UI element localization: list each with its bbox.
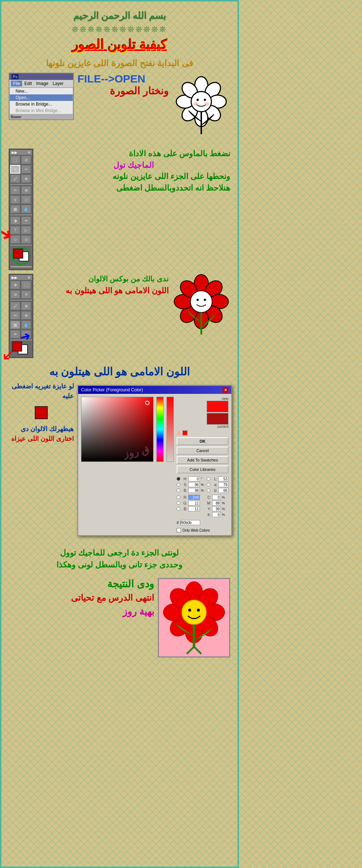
flower-red-image: [172, 274, 230, 346]
stars-decoration: ❊❊❊❊❊❊❊❊❊❊❊❊: [72, 25, 167, 34]
tool-eraser[interactable]: ◻: [21, 195, 31, 204]
magic-tool-label: الماجيك تول: [37, 161, 230, 170]
tool2-fill[interactable]: ▦: [10, 320, 20, 329]
tool-path[interactable]: ▷: [21, 226, 31, 234]
web-colors-label: Only Web Colors: [182, 528, 210, 532]
tool-heal[interactable]: ⊕: [21, 174, 31, 183]
tool-lasso[interactable]: ⊘: [21, 156, 31, 164]
k-input[interactable]: [212, 512, 221, 517]
m-input[interactable]: [212, 501, 221, 506]
menu-image[interactable]: Image: [34, 81, 50, 86]
svg-point-8: [191, 92, 211, 112]
svg-point-12: [204, 102, 209, 106]
tools-panel-2: ▶▶✕ ✥ ⬚ ⊘ ✳ 🖊 ⊕ ✏ ⊗: [9, 274, 33, 358]
tool-history[interactable]: ⧖: [10, 195, 20, 204]
current-color-box: [207, 413, 228, 425]
b2-input[interactable]: [218, 488, 228, 493]
a-radio[interactable]: [207, 483, 210, 486]
instr-selected: هنلاحظ انه اتحددوبالسطل اضغطى: [37, 183, 230, 193]
fg-color-label: اللون الامامى هو اللى هيتلون به: [37, 286, 169, 295]
menu-item-bridge[interactable]: Browse in Bridge...: [10, 101, 73, 107]
foreground-color[interactable]: [13, 248, 23, 259]
b-input[interactable]: [188, 488, 200, 493]
color-swatch-mini[interactable]: [35, 406, 48, 419]
hex-hash: #: [177, 521, 179, 525]
tool2-wand2[interactable]: ✳: [21, 290, 31, 299]
r-radio[interactable]: [177, 495, 180, 499]
l-input[interactable]: [218, 476, 228, 481]
tool-select[interactable]: ⬚: [10, 156, 20, 164]
tool-zoom[interactable]: ⊙: [21, 235, 31, 244]
b-radio[interactable]: [177, 489, 180, 492]
color-picker-right: new current ⚠ OK Cancel Add To Sw: [177, 397, 228, 532]
green-circle-highlight: [12, 247, 30, 265]
c-input[interactable]: [212, 495, 221, 500]
tool-blur[interactable]: 💧: [21, 205, 31, 213]
tool-clone[interactable]: ⊗: [21, 186, 31, 195]
s-radio[interactable]: [177, 483, 180, 486]
h-radio[interactable]: [177, 477, 180, 481]
l-radio[interactable]: [207, 477, 210, 481]
tool-eyedropper[interactable]: 🖊: [10, 174, 20, 183]
tool2-eyedrop[interactable]: 🖊: [10, 302, 20, 310]
tools-section: ▶▶✕ ⬚ ⊘ ✳ ✂ 🖊 ⊕ ✏ ⊗: [9, 149, 230, 270]
color-picker-indicator[interactable]: [145, 401, 150, 405]
color-libraries-button[interactable]: Color Libraries: [177, 465, 228, 473]
foreground-color-2[interactable]: [12, 341, 22, 352]
tool-pen[interactable]: ✒: [21, 216, 31, 225]
ps-menubar[interactable]: File Edit Image Layer: [9, 80, 73, 88]
web-colors-checkbox[interactable]: [177, 528, 181, 532]
g-input[interactable]: [188, 501, 200, 506]
color-gradient-field[interactable]: ق روز: [81, 397, 153, 462]
menu-item-mini-bridge[interactable]: Browse in Mini Bridge...: [10, 107, 73, 114]
tool2-brush2[interactable]: ✏: [10, 311, 20, 320]
ok-button[interactable]: OK: [177, 437, 228, 445]
tools-header-2: ▶▶✕: [10, 275, 32, 280]
bv-input[interactable]: [188, 506, 200, 511]
hex-row: #: [177, 520, 228, 525]
tool2-move[interactable]: ✥: [10, 281, 20, 289]
svg-point-35: [182, 600, 206, 625]
instr-click-tool: نضغط بالماوس على هذه الاداة: [37, 149, 230, 159]
color-box-notice: ندى بالك من بوكس الالوان: [37, 274, 169, 284]
add-to-swatches-button[interactable]: Add To Swatches: [177, 456, 228, 464]
tool-magic-wand[interactable]: ✳: [10, 165, 20, 174]
apply-instr-1: لونتى الجزء دة ارجعى للماجيك توول: [9, 547, 230, 559]
menu-file[interactable]: File: [11, 81, 22, 86]
g-radio[interactable]: [177, 501, 180, 505]
dialog-titlebar: Color Picker (Foreground Color) ✕: [78, 386, 231, 394]
ps-file-dropdown: New... Open... Browse in Bridge... Brows…: [9, 88, 73, 114]
svg-point-11: [193, 102, 198, 106]
bv-radio[interactable]: [177, 507, 180, 511]
tool2-lasso2[interactable]: ⊘: [10, 290, 20, 299]
s-input[interactable]: [188, 482, 200, 487]
gamut-warning-color: [182, 430, 188, 435]
h-input[interactable]: [188, 476, 200, 481]
web-colors-row: Only Web Colors: [177, 528, 228, 532]
tool-crop[interactable]: ✂: [21, 165, 31, 174]
dialog-close-button[interactable]: ✕: [223, 387, 228, 393]
cancel-button[interactable]: Cancel: [177, 447, 228, 455]
r-input[interactable]: [188, 495, 200, 500]
menu-item-open[interactable]: Open...: [10, 94, 73, 101]
hex-input[interactable]: [180, 520, 200, 525]
tool2-heal2[interactable]: ⊕: [21, 302, 31, 310]
hue-slider[interactable]: [156, 397, 164, 462]
tool2-stamp[interactable]: ⊗: [21, 311, 31, 320]
svg-point-24: [204, 299, 206, 301]
menu-item-new[interactable]: New...: [10, 88, 73, 94]
a-input[interactable]: [218, 482, 228, 487]
tools-header: ▶▶✕: [10, 150, 32, 155]
tool2-blur2[interactable]: 💧: [21, 320, 31, 329]
tool-dodge[interactable]: ◑: [10, 216, 20, 225]
tool-brush[interactable]: ✏: [10, 186, 20, 195]
instr-click-area: ونحطها على الجزء اللى عايزين نلونه: [37, 171, 230, 182]
menu-edit[interactable]: Edit: [22, 81, 34, 86]
b2-radio[interactable]: [207, 489, 210, 492]
tool-gradient[interactable]: ▦: [10, 205, 20, 213]
y-input[interactable]: [212, 506, 221, 511]
tool2-select2[interactable]: ⬚: [21, 281, 31, 289]
menu-layer[interactable]: Layer: [50, 81, 66, 86]
opacity-slider[interactable]: [167, 397, 174, 462]
bucket-section: ▶▶✕ ✥ ⬚ ⊘ ✳ 🖊 ⊕ ✏ ⊗: [9, 274, 230, 358]
